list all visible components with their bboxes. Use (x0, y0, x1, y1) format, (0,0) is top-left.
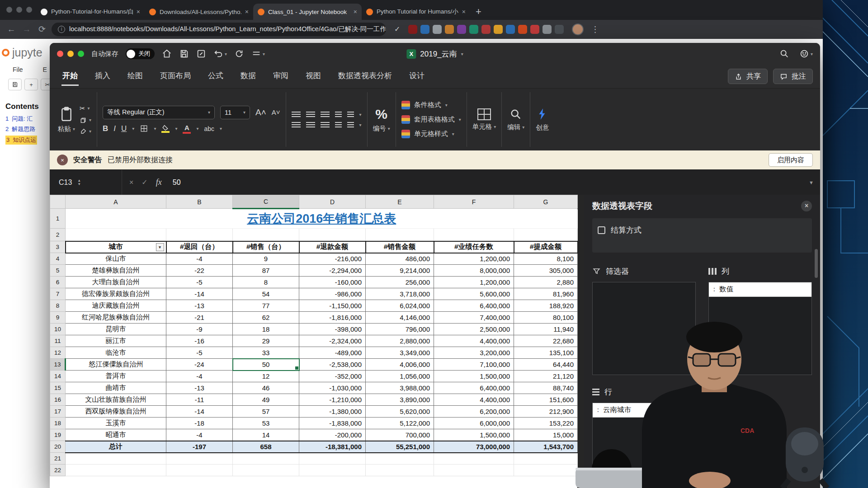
ribbon-tab-6[interactable]: 审阅 (272, 67, 289, 86)
bold-icon[interactable]: B (103, 124, 108, 133)
enable-content-button[interactable]: 启用内容 (769, 153, 813, 167)
cell-B4[interactable]: -4 (166, 253, 233, 265)
column-header-G[interactable]: G (514, 195, 578, 209)
extension-icon-8[interactable] (506, 25, 515, 34)
close-panel-icon[interactable]: × (801, 201, 812, 211)
cell-B5[interactable]: -22 (166, 265, 233, 277)
cell-C11[interactable]: 29 (233, 335, 299, 347)
browser-tab-0[interactable]: Python-Tutorial-for-Humans/白× (36, 4, 145, 20)
browser-menu-icon[interactable]: ⋮ (591, 24, 599, 34)
row-header-13[interactable]: 13 (50, 359, 66, 371)
empty-cell[interactable] (299, 453, 366, 465)
format-as-table-button[interactable]: 套用表格格式▾ (401, 113, 461, 126)
column-header-F[interactable]: F (434, 195, 514, 209)
empty-cell[interactable] (434, 465, 514, 476)
empty-cell[interactable] (434, 453, 514, 465)
ribbon-tab-0[interactable]: 开始 (61, 67, 79, 86)
cell-G10[interactable]: 11,940 (514, 324, 578, 335)
cell-E5[interactable]: 9,214,000 (366, 265, 434, 277)
menu-edit[interactable]: E (43, 66, 47, 73)
cell-F19[interactable]: 1,500,000 (434, 429, 514, 441)
cell-B12[interactable]: -5 (166, 347, 233, 359)
cell-B16[interactable]: -11 (166, 394, 233, 406)
cell-F8[interactable]: 6,400,000 (434, 300, 514, 312)
row-header-12[interactable]: 12 (50, 347, 66, 359)
new-tab-button[interactable]: + (470, 4, 487, 20)
tab-close-icon[interactable]: × (462, 8, 466, 15)
cell-G17[interactable]: 212,900 (514, 406, 578, 418)
conditional-formatting-button[interactable]: 条件格式▾ (401, 99, 461, 112)
undo-button[interactable]: ▾ (213, 49, 227, 59)
cell-G18[interactable]: 153,220 (514, 418, 578, 429)
column-header-C[interactable]: C (233, 195, 299, 209)
ribbon-tab-7[interactable]: 视图 (305, 67, 322, 86)
ribbon-tab-3[interactable]: 页面布局 (159, 67, 192, 86)
row-header-6[interactable]: 6 (50, 277, 66, 288)
cell-F16[interactable]: 4,400,000 (434, 394, 514, 406)
document-title-area[interactable]: X 2019_云南 ▾ (406, 49, 463, 59)
cells-button[interactable]: 单元格▾ (472, 108, 496, 131)
cell-D10[interactable]: -398,000 (299, 324, 366, 335)
cell-F4[interactable]: 1,200,000 (434, 253, 514, 265)
cell-A16[interactable]: 文山壮族苗族自治州 (66, 394, 166, 406)
empty-cell[interactable] (366, 229, 434, 241)
extension-icon-1[interactable] (420, 25, 429, 34)
row-header-11[interactable]: 11 (50, 335, 66, 347)
search-icon[interactable] (779, 49, 789, 59)
cell-D19[interactable]: -200,000 (299, 429, 366, 441)
grow-font-icon[interactable]: A˄ (255, 108, 266, 117)
cell-C16[interactable]: 49 (233, 394, 299, 406)
cell-C18[interactable]: 53 (233, 418, 299, 429)
empty-cell[interactable] (166, 229, 233, 241)
cell-C7[interactable]: 54 (233, 288, 299, 300)
home-button[interactable] (162, 49, 172, 59)
cell-D13[interactable]: -2,538,000 (299, 359, 366, 371)
cell-D11[interactable]: -2,324,000 (299, 335, 366, 347)
cell-D8[interactable]: -1,150,000 (299, 300, 366, 312)
underline-icon[interactable]: U (121, 124, 127, 133)
cell-F14[interactable]: 1,500,000 (434, 371, 514, 382)
filter-dropdown-icon[interactable]: ▾ (156, 243, 164, 251)
extension-icon-12[interactable] (555, 25, 564, 34)
align-top-icon[interactable] (292, 112, 301, 117)
empty-cell[interactable] (299, 229, 366, 241)
feedback-smiley-icon[interactable]: ▾ (799, 49, 813, 59)
row-header-1[interactable]: 1 (50, 209, 66, 229)
cell-G13[interactable]: 64,440 (514, 359, 578, 371)
cell-C19[interactable]: 14 (233, 429, 299, 441)
cell-styles-button[interactable]: 单元格样式▾ (401, 128, 461, 141)
decrease-indent-icon[interactable] (335, 122, 342, 128)
extension-icon-4[interactable] (457, 25, 466, 34)
comments-button[interactable]: 批注 (773, 69, 813, 84)
cell-F11[interactable]: 4,400,000 (434, 335, 514, 347)
row-header-9[interactable]: 9 (50, 312, 66, 324)
empty-cell[interactable] (166, 453, 233, 465)
tab-close-icon[interactable]: × (137, 8, 140, 15)
cell-C10[interactable]: 18 (233, 324, 299, 335)
cell-E6[interactable]: 256,000 (366, 277, 434, 288)
extension-icon-6[interactable] (481, 25, 491, 34)
cell-G6[interactable]: 2,880 (514, 277, 578, 288)
cell-E15[interactable]: 3,988,000 (366, 382, 434, 394)
row-header-17[interactable]: 17 (50, 406, 66, 418)
cell-E14[interactable]: 1,056,000 (366, 371, 434, 382)
cell-C6[interactable]: 8 (233, 277, 299, 288)
cell-A7[interactable]: 德宏傣族景颇族自治州 (66, 288, 166, 300)
format-painter-button[interactable]: ▾ (80, 128, 91, 135)
cell-C17[interactable]: 57 (233, 406, 299, 418)
cell-E10[interactable]: 796,000 (366, 324, 434, 335)
row-header-19[interactable]: 19 (50, 429, 66, 441)
browser-tab-1[interactable]: Downloads/All-Lessons/Pytho...× (145, 4, 253, 20)
number-format-button[interactable]: % 编号▾ (373, 107, 390, 133)
cancel-entry-icon[interactable]: × (129, 178, 133, 187)
empty-cell[interactable] (233, 465, 299, 476)
cell-D6[interactable]: -160,000 (299, 277, 366, 288)
cut-button[interactable]: ✂▾ (80, 104, 91, 113)
cell-D16[interactable]: -1,210,000 (299, 394, 366, 406)
row-header-21[interactable]: 21 (50, 453, 66, 465)
cell-A12[interactable]: 临沧市 (66, 347, 166, 359)
cell-C8[interactable]: 77 (233, 300, 299, 312)
cell-B10[interactable]: -9 (166, 324, 233, 335)
cell-D7[interactable]: -986,000 (299, 288, 366, 300)
cell-E9[interactable]: 4,146,000 (366, 312, 434, 324)
